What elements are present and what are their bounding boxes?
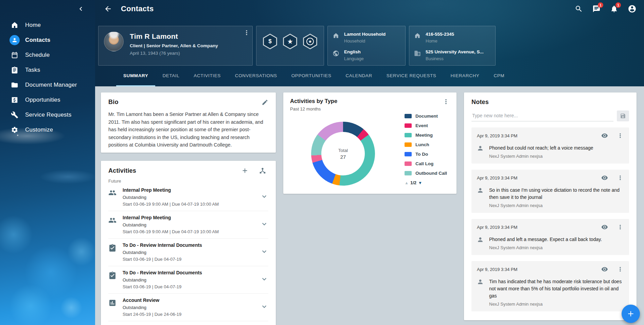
star-circle-badge-icon[interactable]: ★ — [302, 34, 318, 49]
chevron-down-icon[interactable] — [260, 275, 268, 285]
note-menu-icon[interactable] — [617, 174, 624, 181]
task-check-icon — [108, 271, 117, 289]
legend-page-up-icon[interactable]: ▲ — [405, 181, 409, 185]
person-icon — [477, 278, 484, 307]
add-activity-icon[interactable] — [241, 167, 249, 174]
address-row[interactable]: 525 University Avenue, S... Business — [414, 49, 490, 61]
sidebar-item-opportunities[interactable]: Opportunities — [0, 92, 95, 107]
opportunities-icon — [10, 95, 20, 105]
chevron-down-icon[interactable] — [260, 192, 268, 202]
legend-swatch — [405, 161, 412, 166]
sidebar-item-tasks[interactable]: Tasks — [0, 63, 95, 78]
eye-icon[interactable] — [601, 266, 608, 273]
sidebar-item-customize[interactable]: Customize — [0, 122, 95, 137]
calendar-icon — [10, 50, 20, 60]
tab-cpm[interactable]: CPM — [486, 66, 512, 86]
chat-icon[interactable]: 1 — [592, 5, 601, 13]
people-icon — [108, 189, 117, 207]
tab-hierarchy[interactable]: HIERARCHY — [443, 66, 486, 86]
legend-item: Document — [405, 114, 447, 119]
sidebar-collapse-icon[interactable] — [77, 5, 85, 13]
contact-identity-card: Tim R Lamont Client | Senior Partner, Al… — [98, 26, 253, 66]
dollar-badge-icon[interactable]: $ — [262, 34, 278, 49]
search-icon[interactable] — [575, 5, 583, 13]
person-icon — [477, 187, 484, 208]
note-item: Apr 9, 2019 3:34 PM — [471, 170, 629, 213]
tab-opportunities[interactable]: OPPORTUNITIES — [284, 66, 339, 86]
contact-avatar[interactable] — [104, 32, 124, 51]
plus-icon — [626, 309, 635, 318]
note-menu-icon[interactable] — [617, 132, 624, 139]
language-row[interactable]: English Language — [333, 49, 400, 61]
activity-row[interactable]: Account Review Outstanding Start 24-05-1… — [108, 294, 268, 321]
note-item: Apr 9, 2019 3:34 PM — [471, 127, 629, 164]
building-icon — [414, 50, 422, 61]
activities-title: Activities — [108, 167, 136, 174]
sidebar-item-label: Opportunities — [25, 97, 60, 103]
activity-row[interactable]: Internal Prep Meeting Outstanding Start … — [108, 211, 268, 239]
note-menu-icon[interactable] — [617, 224, 624, 230]
bell-icon[interactable]: 1 — [610, 5, 618, 13]
household-row[interactable]: Lamont Household Household — [333, 32, 400, 44]
chart-menu-icon[interactable] — [442, 98, 450, 105]
legend-swatch — [405, 152, 412, 156]
person-icon — [477, 145, 484, 159]
bar-chart-icon — [108, 299, 117, 317]
save-note-button[interactable] — [617, 110, 629, 121]
note-timestamp: Apr 9, 2019 3:34 PM — [477, 133, 517, 138]
tab-calendar[interactable]: CALENDAR — [339, 66, 379, 86]
note-author: NexJ System Admin nexjsa — [489, 154, 593, 159]
activity-status: Outstanding — [123, 277, 260, 283]
chevron-down-icon[interactable] — [260, 303, 268, 312]
page-header: Contacts 1 1 — [95, 0, 644, 86]
new-note-input[interactable] — [471, 111, 613, 121]
eye-icon[interactable] — [601, 132, 608, 139]
gear-icon — [10, 125, 20, 135]
donut-total-value: 27 — [340, 154, 346, 160]
contacts-icon — [10, 35, 20, 45]
page-title: Contacts — [121, 4, 154, 13]
sidebar-item-schedule[interactable]: Schedule — [0, 48, 95, 63]
eye-icon[interactable] — [601, 174, 608, 181]
contact-menu-icon[interactable] — [243, 29, 250, 38]
activity-title: Account Review — [123, 297, 260, 303]
note-menu-icon[interactable] — [617, 266, 624, 273]
eye-icon[interactable] — [601, 224, 608, 230]
sidebar-item-document-manager[interactable]: Document Manager — [0, 78, 95, 92]
activity-row[interactable]: Internal Prep Meeting Outstanding Start … — [108, 184, 268, 211]
hierarchy-icon[interactable] — [259, 167, 266, 174]
activity-row[interactable]: To Do - Review Internal Documents Outsta… — [108, 239, 268, 266]
star-badge-icon[interactable]: ★ — [282, 34, 298, 49]
contact-summary-strip: Tim R Lamont Client | Senior Partner, Al… — [95, 18, 644, 66]
legend-swatch — [405, 171, 412, 175]
activity-row[interactable]: To Do - Review Internal Documents Outsta… — [108, 266, 268, 294]
sidebar-item-service-requests[interactable]: Service Requests — [0, 107, 95, 122]
sidebar-item-label: Service Requests — [25, 112, 71, 118]
tab-conversations[interactable]: CONVERSATIONS — [228, 66, 284, 86]
account-icon[interactable] — [628, 4, 637, 13]
activity-title: To Do - Review Internal Documents — [123, 242, 260, 248]
tab-activities[interactable]: ACTIVITIES — [186, 66, 228, 86]
chevron-down-icon[interactable] — [260, 247, 268, 257]
phone-row[interactable]: 416-555-2345 Home — [414, 32, 490, 44]
legend-label: Document — [415, 114, 438, 119]
tab-detail[interactable]: DETAIL — [155, 66, 186, 86]
legend-page-down-icon[interactable]: ▼ — [418, 181, 422, 185]
chat-badge: 1 — [598, 2, 603, 8]
contact-badges-card: $ ★ ★ — [256, 26, 324, 66]
note-author: NexJ System Admin nexjsa — [489, 203, 624, 208]
wrench-icon — [10, 110, 20, 120]
home-icon — [414, 32, 422, 44]
tab-summary[interactable]: SUMMARY — [116, 66, 155, 86]
chevron-down-icon[interactable] — [260, 220, 268, 229]
edit-pencil-icon[interactable] — [262, 99, 268, 106]
back-arrow-icon[interactable] — [104, 5, 112, 13]
tab-service-requests[interactable]: SERVICE REQUESTS — [379, 66, 444, 86]
note-timestamp: Apr 9, 2019 3:34 PM — [477, 267, 517, 272]
globe-icon — [333, 50, 340, 61]
sidebar-item-home[interactable]: Home — [0, 18, 95, 33]
legend-swatch — [405, 133, 412, 137]
add-fab-button[interactable] — [622, 305, 640, 323]
activities-section-label: Future — [108, 178, 268, 184]
sidebar-item-contacts[interactable]: Contacts — [0, 33, 95, 48]
